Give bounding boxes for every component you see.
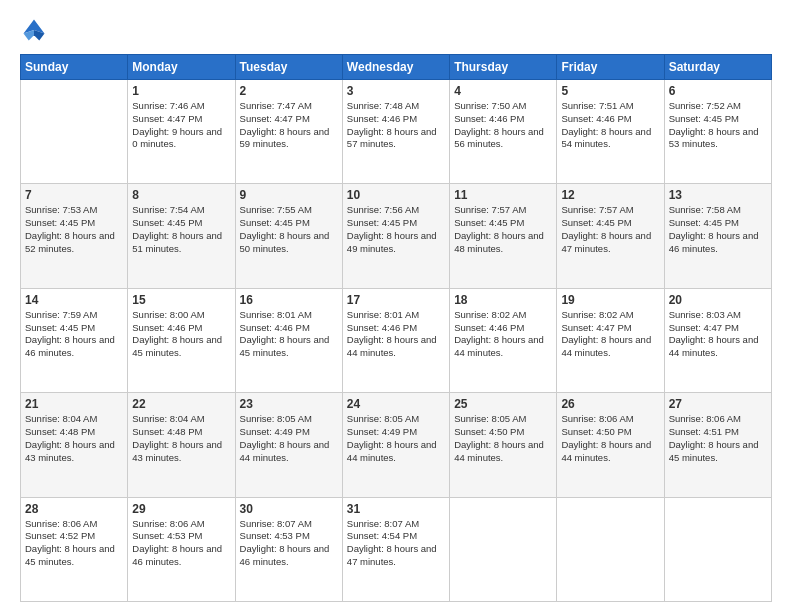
sunset-text: Sunset: 4:45 PM [132,217,230,230]
day-number: 4 [454,84,552,98]
sunset-text: Sunset: 4:45 PM [669,217,767,230]
daylight-text: Daylight: 8 hours and [454,126,552,139]
sunset-text: Sunset: 4:49 PM [240,426,338,439]
day-number: 18 [454,293,552,307]
daylight-text-cont: 59 minutes. [240,138,338,151]
day-number: 19 [561,293,659,307]
sunrise-text: Sunrise: 8:06 AM [132,518,230,531]
sunrise-text: Sunrise: 8:01 AM [347,309,445,322]
day-info: Sunrise: 7:57 AMSunset: 4:45 PMDaylight:… [454,204,552,255]
daylight-text: Daylight: 8 hours and [132,543,230,556]
calendar-cell: 26Sunrise: 8:06 AMSunset: 4:50 PMDayligh… [557,393,664,497]
sunset-text: Sunset: 4:48 PM [25,426,123,439]
sunset-text: Sunset: 4:46 PM [454,113,552,126]
col-saturday: Saturday [664,55,771,80]
calendar-cell: 8Sunrise: 7:54 AMSunset: 4:45 PMDaylight… [128,184,235,288]
day-info: Sunrise: 8:02 AMSunset: 4:46 PMDaylight:… [454,309,552,360]
sunset-text: Sunset: 4:45 PM [669,113,767,126]
day-info: Sunrise: 7:57 AMSunset: 4:45 PMDaylight:… [561,204,659,255]
day-number: 3 [347,84,445,98]
daylight-text: Daylight: 8 hours and [669,334,767,347]
daylight-text-cont: 46 minutes. [240,556,338,569]
daylight-text: Daylight: 8 hours and [454,439,552,452]
sunrise-text: Sunrise: 8:01 AM [240,309,338,322]
day-number: 17 [347,293,445,307]
daylight-text-cont: 57 minutes. [347,138,445,151]
day-number: 30 [240,502,338,516]
day-number: 21 [25,397,123,411]
sunset-text: Sunset: 4:45 PM [454,217,552,230]
day-info: Sunrise: 8:07 AMSunset: 4:54 PMDaylight:… [347,518,445,569]
daylight-text: Daylight: 8 hours and [240,230,338,243]
daylight-text-cont: 50 minutes. [240,243,338,256]
daylight-text: Daylight: 8 hours and [347,543,445,556]
daylight-text: Daylight: 8 hours and [25,334,123,347]
day-number: 23 [240,397,338,411]
daylight-text-cont: 52 minutes. [25,243,123,256]
day-info: Sunrise: 8:06 AMSunset: 4:51 PMDaylight:… [669,413,767,464]
calendar-cell [21,80,128,184]
calendar-cell: 30Sunrise: 8:07 AMSunset: 4:53 PMDayligh… [235,497,342,601]
calendar-cell: 13Sunrise: 7:58 AMSunset: 4:45 PMDayligh… [664,184,771,288]
calendar-cell: 28Sunrise: 8:06 AMSunset: 4:52 PMDayligh… [21,497,128,601]
sunset-text: Sunset: 4:49 PM [347,426,445,439]
day-number: 25 [454,397,552,411]
calendar-cell: 12Sunrise: 7:57 AMSunset: 4:45 PMDayligh… [557,184,664,288]
sunrise-text: Sunrise: 7:59 AM [25,309,123,322]
daylight-text: Daylight: 8 hours and [347,439,445,452]
day-number: 26 [561,397,659,411]
day-info: Sunrise: 8:06 AMSunset: 4:52 PMDaylight:… [25,518,123,569]
daylight-text: Daylight: 8 hours and [132,334,230,347]
day-info: Sunrise: 8:07 AMSunset: 4:53 PMDaylight:… [240,518,338,569]
col-sunday: Sunday [21,55,128,80]
calendar-week-row: 28Sunrise: 8:06 AMSunset: 4:52 PMDayligh… [21,497,772,601]
logo-icon [20,16,48,44]
calendar-cell: 17Sunrise: 8:01 AMSunset: 4:46 PMDayligh… [342,288,449,392]
page: Sunday Monday Tuesday Wednesday Thursday… [0,0,792,612]
sunrise-text: Sunrise: 7:58 AM [669,204,767,217]
calendar-week-row: 1Sunrise: 7:46 AMSunset: 4:47 PMDaylight… [21,80,772,184]
sunset-text: Sunset: 4:48 PM [132,426,230,439]
day-info: Sunrise: 7:53 AMSunset: 4:45 PMDaylight:… [25,204,123,255]
daylight-text-cont: 56 minutes. [454,138,552,151]
daylight-text-cont: 47 minutes. [561,243,659,256]
day-info: Sunrise: 7:55 AMSunset: 4:45 PMDaylight:… [240,204,338,255]
calendar-cell: 2Sunrise: 7:47 AMSunset: 4:47 PMDaylight… [235,80,342,184]
sunset-text: Sunset: 4:46 PM [347,113,445,126]
day-number: 13 [669,188,767,202]
sunrise-text: Sunrise: 7:57 AM [561,204,659,217]
sunrise-text: Sunrise: 8:06 AM [25,518,123,531]
daylight-text: Daylight: 8 hours and [561,439,659,452]
daylight-text-cont: 51 minutes. [132,243,230,256]
daylight-text-cont: 53 minutes. [669,138,767,151]
calendar-cell: 4Sunrise: 7:50 AMSunset: 4:46 PMDaylight… [450,80,557,184]
daylight-text: Daylight: 8 hours and [347,230,445,243]
calendar-cell: 3Sunrise: 7:48 AMSunset: 4:46 PMDaylight… [342,80,449,184]
daylight-text-cont: 44 minutes. [561,347,659,360]
sunset-text: Sunset: 4:45 PM [240,217,338,230]
calendar-cell [450,497,557,601]
daylight-text-cont: 44 minutes. [454,452,552,465]
sunrise-text: Sunrise: 8:06 AM [669,413,767,426]
daylight-text: Daylight: 8 hours and [669,126,767,139]
sunset-text: Sunset: 4:53 PM [240,530,338,543]
calendar-cell: 20Sunrise: 8:03 AMSunset: 4:47 PMDayligh… [664,288,771,392]
sunset-text: Sunset: 4:47 PM [240,113,338,126]
sunrise-text: Sunrise: 8:05 AM [454,413,552,426]
sunrise-text: Sunrise: 7:46 AM [132,100,230,113]
calendar-table: Sunday Monday Tuesday Wednesday Thursday… [20,54,772,602]
day-number: 20 [669,293,767,307]
calendar-cell [664,497,771,601]
sunset-text: Sunset: 4:50 PM [561,426,659,439]
day-number: 16 [240,293,338,307]
sunrise-text: Sunrise: 8:04 AM [25,413,123,426]
logo [20,16,52,44]
calendar-week-row: 7Sunrise: 7:53 AMSunset: 4:45 PMDaylight… [21,184,772,288]
day-number: 7 [25,188,123,202]
day-info: Sunrise: 8:03 AMSunset: 4:47 PMDaylight:… [669,309,767,360]
col-monday: Monday [128,55,235,80]
daylight-text: Daylight: 8 hours and [454,230,552,243]
day-info: Sunrise: 8:05 AMSunset: 4:50 PMDaylight:… [454,413,552,464]
daylight-text: Daylight: 8 hours and [240,439,338,452]
day-info: Sunrise: 7:58 AMSunset: 4:45 PMDaylight:… [669,204,767,255]
